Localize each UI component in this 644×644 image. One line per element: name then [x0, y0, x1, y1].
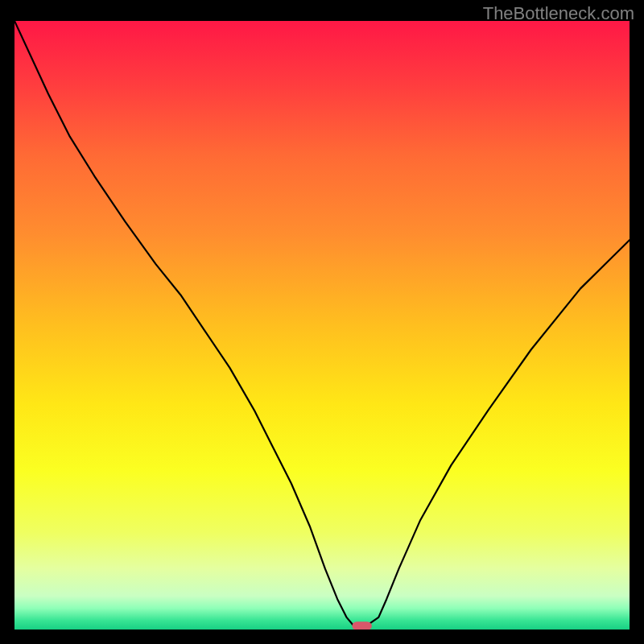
- optimum-marker: [352, 621, 371, 630]
- plot-area: [14, 21, 630, 630]
- gradient-background: [14, 21, 630, 630]
- chart-container: TheBottleneck.com: [0, 0, 644, 644]
- watermark-text: TheBottleneck.com: [483, 3, 634, 24]
- bottleneck-chart-svg: [14, 21, 630, 630]
